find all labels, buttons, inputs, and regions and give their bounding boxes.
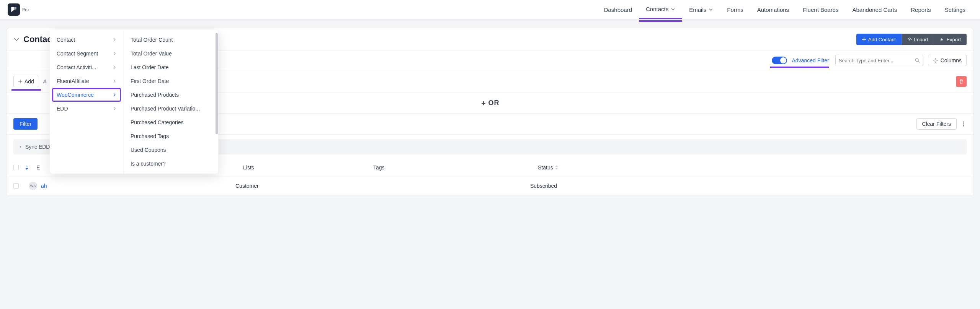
columns-button[interactable]: Columns — [928, 55, 967, 66]
import-button[interactable]: Import — [902, 34, 934, 45]
filter-field-popover: Contact Contact Segment Contact Activiti… — [50, 30, 219, 174]
field-purchased-product-variations[interactable]: Purchased Product Variatio... — [124, 102, 218, 115]
plus-icon — [862, 37, 866, 41]
trash-icon — [959, 79, 964, 84]
field-total-order-count[interactable]: Total Order Count — [124, 33, 218, 47]
header-button-group: Add Contact Import Export — [856, 34, 967, 45]
th-lists[interactable]: Lists — [243, 164, 373, 171]
field-used-coupons[interactable]: Used Coupons — [124, 143, 218, 157]
or-label: OR — [488, 99, 500, 107]
main-content: Contacts Add Contact Import Export — [0, 20, 980, 205]
plus-icon — [481, 101, 486, 106]
th-tags[interactable]: Tags — [373, 164, 538, 171]
chevron-right-icon — [113, 107, 116, 111]
nav-contacts[interactable]: Contacts — [639, 0, 682, 19]
filter-field-list: Total Order Count Total Order Value Last… — [124, 30, 219, 174]
row-lists: Customer — [235, 183, 366, 189]
sort-icon[interactable] — [555, 165, 559, 170]
filter-category-list: Contact Contact Segment Contact Activiti… — [50, 30, 124, 174]
field-purchased-tags[interactable]: Purchased Tags — [124, 129, 218, 143]
category-contact[interactable]: Contact — [50, 33, 123, 47]
nav-reports[interactable]: Reports — [904, 0, 938, 19]
nav-automations[interactable]: Automations — [750, 0, 796, 19]
field-first-order-date[interactable]: First Order Date — [124, 74, 218, 88]
field-total-order-value[interactable]: Total Order Value — [124, 47, 218, 60]
more-actions-icon[interactable] — [960, 121, 967, 127]
sort-icon[interactable] — [25, 165, 29, 170]
select-all-checkbox[interactable] — [13, 165, 19, 170]
th-status[interactable]: Status — [538, 164, 967, 171]
chevron-right-icon — [113, 52, 116, 55]
nav-forms[interactable]: Forms — [720, 0, 750, 19]
svg-point-1 — [935, 60, 936, 61]
svg-point-4 — [963, 125, 964, 127]
filter-button[interactable]: Filter — [13, 118, 38, 130]
svg-point-0 — [915, 59, 918, 62]
field-last-order-date[interactable]: Last Order Date — [124, 60, 218, 74]
add-label: Add — [24, 78, 34, 85]
app-logo-icon[interactable] — [8, 3, 20, 16]
cloud-upload-icon — [907, 37, 912, 42]
category-fluentaffiliate[interactable]: FluentAffiliate — [50, 74, 123, 88]
field-purchased-categories[interactable]: Purchased Categories — [124, 115, 218, 129]
chevron-right-icon — [113, 38, 116, 42]
sync-text-prefix: Sync EDD — [25, 144, 50, 150]
columns-label: Columns — [941, 57, 962, 63]
submenu-scrollbar[interactable] — [215, 33, 218, 163]
chevron-right-icon — [113, 65, 116, 69]
main-nav: Dashboard Contacts Emails Forms Automati… — [597, 0, 972, 19]
category-contact-segment[interactable]: Contact Segment — [50, 47, 123, 60]
gear-icon — [933, 58, 938, 63]
chevron-down-icon — [709, 7, 713, 12]
svg-point-3 — [963, 124, 964, 125]
advanced-filter-label[interactable]: Advanced Filter — [792, 57, 829, 63]
plus-icon — [18, 80, 22, 83]
delete-condition-button[interactable] — [956, 76, 967, 87]
category-contact-activities[interactable]: Contact Activiti... — [50, 60, 123, 74]
condition-placeholder: A — [43, 78, 47, 85]
row-status: Subscribed — [530, 183, 967, 189]
nav-emails[interactable]: Emails — [682, 0, 720, 19]
search-icon[interactable] — [915, 58, 920, 63]
field-is-a-customer[interactable]: Is a customer? — [124, 157, 218, 171]
nav-settings[interactable]: Settings — [938, 0, 972, 19]
category-woocommerce[interactable]: WooCommerce — [52, 88, 121, 102]
clear-filters-button[interactable]: Clear Filters — [916, 118, 957, 130]
category-edd[interactable]: EDD — [50, 102, 123, 115]
chevron-right-icon — [113, 79, 116, 83]
import-label: Import — [914, 37, 928, 42]
search-box — [835, 55, 923, 66]
export-button[interactable]: Export — [934, 34, 967, 45]
avatar: WS — [29, 182, 37, 190]
field-purchased-products[interactable]: Purchased Products — [124, 88, 218, 102]
download-icon — [939, 37, 944, 42]
top-navigation: Pro Dashboard Contacts Emails Forms Auto… — [0, 0, 980, 20]
logo-wrap: Pro — [8, 3, 29, 16]
nav-abandoned-carts[interactable]: Abandoned Carts — [846, 0, 904, 19]
nav-dashboard[interactable]: Dashboard — [597, 0, 639, 19]
add-contact-label: Add Contact — [868, 37, 896, 42]
collapse-icon[interactable] — [13, 36, 20, 42]
chevron-right-icon — [113, 93, 116, 97]
pro-badge: Pro — [22, 7, 29, 12]
row-checkbox[interactable] — [13, 183, 19, 189]
chevron-down-icon — [671, 7, 675, 11]
table-row: WS ah Customer Subscribed — [7, 176, 973, 196]
search-input[interactable] — [839, 58, 915, 63]
advanced-filter-toggle[interactable] — [772, 57, 787, 64]
add-condition-button[interactable]: Add — [13, 76, 39, 87]
add-contact-button[interactable]: Add Contact — [856, 34, 902, 45]
export-label: Export — [946, 37, 961, 42]
svg-point-2 — [963, 122, 964, 123]
nav-fluent-boards[interactable]: Fluent Boards — [796, 0, 845, 19]
contact-email-link[interactable]: ah — [41, 183, 47, 189]
